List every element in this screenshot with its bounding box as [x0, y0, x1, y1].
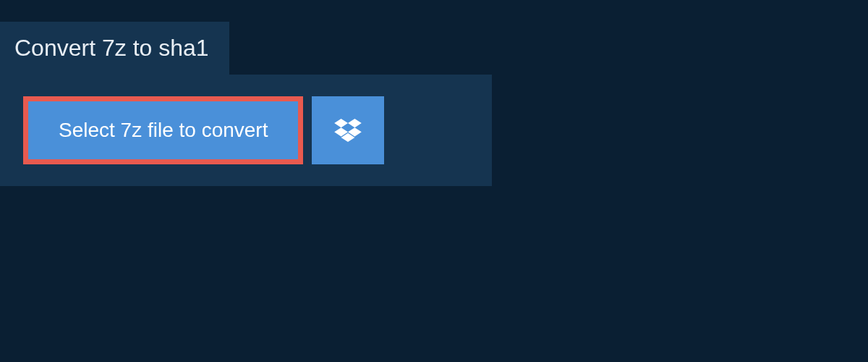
- select-file-button[interactable]: Select 7z file to convert: [23, 96, 303, 164]
- page-title: Convert 7z to sha1: [14, 35, 209, 62]
- tab-header: Convert 7z to sha1: [0, 22, 229, 75]
- content-panel: Select 7z file to convert: [0, 75, 492, 186]
- button-row: Select 7z file to convert: [23, 96, 470, 164]
- dropbox-button[interactable]: [312, 96, 384, 164]
- select-file-label: Select 7z file to convert: [59, 119, 268, 142]
- dropbox-icon: [334, 119, 362, 142]
